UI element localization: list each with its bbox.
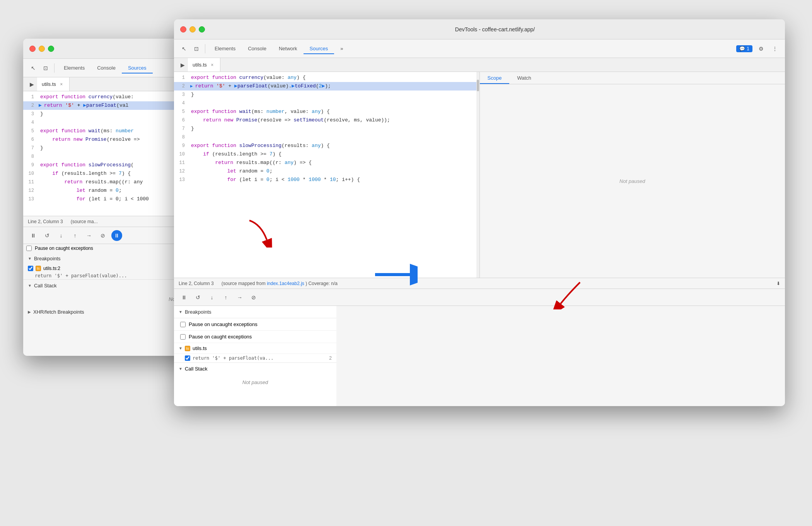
code-line-w2-4: 4 — [174, 99, 476, 108]
file-tab-utils-1[interactable]: utils.ts × — [37, 77, 70, 91]
bp-file-1: utils.ts:2 — [43, 266, 60, 271]
pause-caught-checkbox-1[interactable] — [26, 246, 32, 251]
tab-sources-2[interactable]: Sources — [304, 43, 334, 54]
code-line-w2-11: 11 return results.map((r: any) => { — [174, 159, 476, 167]
popup-file-name: utils.ts — [193, 345, 207, 351]
code-inner-2[interactable]: 1 export function currency(value: any) {… — [174, 72, 476, 278]
code-line-w2-13: 13 for (let i = 0; i < 1000 * 1000 * 10;… — [174, 176, 476, 184]
pause-uncaught-checkbox[interactable] — [180, 322, 186, 327]
tab-elements-1[interactable]: Elements — [58, 63, 91, 73]
resume-btn-2[interactable]: ↺ — [193, 292, 203, 303]
toolbar-sep-1 — [54, 63, 55, 73]
tab-elements-2[interactable]: Elements — [208, 43, 242, 54]
close-button-1[interactable] — [29, 46, 36, 52]
layers-icon-2[interactable]: ⊡ — [191, 43, 202, 54]
popup-not-paused: Not paused — [174, 375, 336, 390]
tab-bar-2: Elements Console Network Sources » — [208, 43, 735, 54]
scope-tab-watch[interactable]: Watch — [509, 72, 539, 84]
code-line-w2-5: 5 export function wait(ms: number, value… — [174, 108, 476, 116]
pause-active-btn-1[interactable]: ⏸ — [111, 230, 122, 241]
tab-console-1[interactable]: Console — [91, 63, 122, 73]
traffic-lights-2 — [180, 26, 205, 32]
code-line-w2-7: 7 } — [174, 125, 476, 133]
step-btn-1[interactable]: → — [84, 230, 94, 241]
code-line-w2-9: 9 export function slowProcessing(results… — [174, 142, 476, 150]
tab-more-2[interactable]: » — [334, 43, 349, 54]
download-icon-2[interactable]: ⬇ — [776, 281, 780, 286]
pause-btn-1[interactable]: ⏸ — [28, 230, 39, 241]
titlebar-2: DevTools - coffee-cart.netlify.app/ — [174, 19, 785, 39]
code-line-w2-10: 10 if (results.length >= 7) { — [174, 150, 476, 159]
triangle-bp-icon: ▼ — [179, 310, 183, 314]
pause-caught-row-2: Pause on caught exceptions — [174, 331, 336, 343]
breakpoints-label-1: Breakpoints — [34, 256, 61, 261]
pause-caught-label-2: Pause on caught exceptions — [189, 334, 252, 340]
triangle-xhr-1: ▶ — [28, 310, 31, 314]
chat-badge-2[interactable]: 💬 1 — [736, 45, 752, 52]
bp-checkbox-1[interactable] — [28, 266, 33, 271]
pause-caught-checkbox-2[interactable] — [180, 334, 186, 340]
code-area-2: 1 export function currency(value: any) {… — [174, 72, 479, 278]
layers-icon-1[interactable]: ⊡ — [40, 63, 51, 73]
cursor-icon-1[interactable]: ↖ — [28, 63, 39, 73]
status-file-link-2[interactable]: index.1ac4eab2.js — [267, 281, 304, 286]
status-right-1: (source ma... — [71, 219, 98, 224]
popup-bp-checkbox[interactable] — [185, 355, 190, 361]
deactivate-btn-1[interactable]: ⊘ — [97, 230, 108, 241]
step-over-btn-1[interactable]: ↓ — [56, 230, 67, 241]
file-tab-utils-2[interactable]: utils.ts × — [188, 58, 220, 72]
tab-sources-1[interactable]: Sources — [122, 63, 153, 73]
code-editor-2: 1 export function currency(value: any) {… — [174, 72, 479, 278]
scope-panel-2: Scope Watch Not paused — [479, 72, 785, 278]
step-into-btn-1[interactable]: ↑ — [70, 230, 80, 241]
minimize-button-2[interactable] — [189, 26, 196, 32]
scrollbar-track-2 — [476, 72, 479, 278]
chat-count-2: 1 — [747, 46, 749, 51]
more-icon-2[interactable]: ⋮ — [769, 43, 780, 54]
not-paused-scope: Not paused — [619, 178, 645, 184]
close-button-2[interactable] — [180, 26, 186, 32]
play-icon-1[interactable]: ▶ — [26, 79, 37, 90]
step-into-btn-2[interactable]: ↑ — [220, 292, 231, 303]
status-position-2: Line 2, Column 3 — [179, 281, 214, 286]
minimize-button-1[interactable] — [39, 46, 45, 52]
pause-btn-2[interactable]: ⏸ — [179, 292, 189, 303]
pause-uncaught-label: Pause on uncaught exceptions — [189, 321, 258, 327]
callstack-label-1: Call Stack — [34, 283, 57, 289]
step-over-btn-2[interactable]: ↓ — [206, 292, 217, 303]
pause-uncaught-row: Pause on uncaught exceptions — [174, 318, 336, 331]
play-icon-2[interactable]: ▶ — [177, 60, 188, 70]
status-bar-2: Line 2, Column 3 (source mapped from ind… — [174, 278, 785, 289]
cursor-icon-2[interactable]: ↖ — [179, 43, 189, 54]
tab-console-2[interactable]: Console — [242, 43, 273, 54]
deactivate-btn-2[interactable]: ⊘ — [248, 292, 259, 303]
scrollbar-thumb-2[interactable] — [477, 80, 479, 91]
triangle-icon-1: ▼ — [28, 256, 32, 261]
chat-icon-2: 💬 — [739, 46, 745, 51]
scope-tabs-2: Scope Watch — [480, 72, 785, 84]
scope-tab-scope[interactable]: Scope — [480, 72, 510, 84]
popup-file-row: ▼ ts utils.ts — [174, 343, 336, 354]
xhr-label-1: XHR/fetch Breakpoints — [33, 309, 84, 315]
devtools-window-2: DevTools - coffee-cart.netlify.app/ ↖ ⊡ … — [174, 19, 785, 406]
code-line-w2-12: 12 let random = 0; — [174, 167, 476, 176]
maximize-button-2[interactable] — [199, 26, 205, 32]
step-btn-2[interactable]: → — [234, 292, 245, 303]
resume-btn-1[interactable]: ↺ — [42, 230, 53, 241]
bottom-panel-2: ▼ Breakpoints Pause on uncaught exceptio… — [174, 306, 785, 406]
popup-breakpoints-label: Breakpoints — [185, 309, 212, 315]
file-tab-close-2[interactable]: × — [209, 62, 215, 68]
popup-bp-text: return '$' + parseFloat(va... — [193, 355, 274, 361]
toolbar-sep-2 — [205, 44, 205, 53]
popup-call-stack[interactable]: ▼ Call Stack — [174, 362, 336, 375]
tab-network-2[interactable]: Network — [273, 43, 304, 54]
status-position-1: Line 2, Column 3 — [28, 219, 63, 224]
popup-breakpoints-header[interactable]: ▼ Breakpoints — [174, 306, 336, 318]
settings-icon-2[interactable]: ⚙ — [756, 43, 766, 54]
traffic-lights-1 — [29, 46, 54, 52]
code-line-w2-3: 3 } — [174, 91, 476, 99]
window-title-2: DevTools - coffee-cart.netlify.app/ — [211, 26, 779, 32]
toolbar-right-2: 💬 1 ⚙ ⋮ — [736, 43, 780, 54]
file-tab-close-1[interactable]: × — [58, 81, 65, 87]
maximize-button-1[interactable] — [48, 46, 54, 52]
